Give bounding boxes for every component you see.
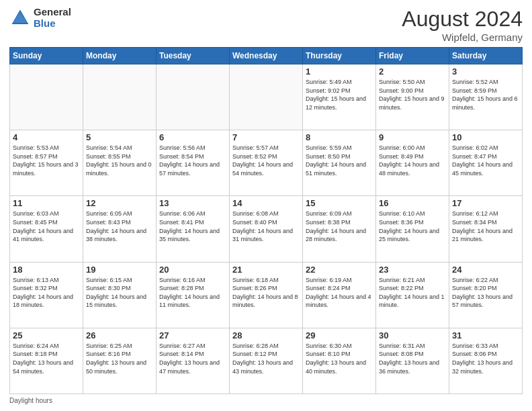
cell-date: 20 (159, 265, 226, 275)
cell-info: Sunrise: 5:53 AMSunset: 8:57 PMDaylight:… (13, 144, 80, 177)
cell-date: 3 (452, 66, 519, 77)
calendar-cell-0-2 (157, 64, 230, 130)
cell-date: 29 (306, 330, 373, 340)
cell-date: 15 (306, 198, 373, 208)
logo-icon (9, 7, 31, 29)
cell-info: Sunrise: 5:54 AMSunset: 8:55 PMDaylight:… (86, 144, 153, 177)
cell-date: 14 (232, 198, 300, 208)
cell-info: Sunrise: 6:22 AMSunset: 8:20 PMDaylight:… (452, 276, 519, 310)
cell-date: 13 (159, 198, 226, 208)
cell-info: Sunrise: 6:12 AMSunset: 8:34 PMDaylight:… (452, 210, 519, 243)
calendar-cell-2-4: 15Sunrise: 6:09 AMSunset: 8:38 PMDayligh… (303, 196, 376, 262)
cell-date: 8 (306, 132, 373, 142)
col-wednesday: Wednesday (230, 48, 303, 64)
cell-date: 28 (232, 330, 300, 340)
cell-date: 2 (379, 66, 446, 77)
calendar-cell-2-6: 17Sunrise: 6:12 AMSunset: 8:34 PMDayligh… (449, 196, 523, 262)
calendar-cell-1-5: 9Sunrise: 6:00 AMSunset: 8:49 PMDaylight… (376, 130, 449, 196)
calendar-cell-0-0 (10, 64, 83, 130)
calendar-cell-3-5: 23Sunrise: 6:21 AMSunset: 8:22 PMDayligh… (376, 262, 449, 328)
cell-date: 30 (379, 330, 446, 340)
calendar-cell-0-1 (83, 64, 157, 130)
calendar-cell-0-4: 1Sunrise: 5:49 AMSunset: 9:02 PMDaylight… (303, 64, 376, 130)
cell-info: Sunrise: 5:50 AMSunset: 9:00 PMDaylight:… (379, 78, 446, 111)
cell-info: Sunrise: 6:33 AMSunset: 8:06 PMDaylight:… (452, 342, 519, 375)
logo-text: General Blue (34, 7, 71, 29)
cell-date: 22 (306, 265, 373, 275)
calendar-cell-2-1: 12Sunrise: 6:05 AMSunset: 8:43 PMDayligh… (83, 196, 157, 262)
cell-info: Sunrise: 6:15 AMSunset: 8:30 PMDaylight:… (86, 276, 153, 310)
cell-info: Sunrise: 5:52 AMSunset: 8:59 PMDaylight:… (452, 78, 519, 111)
cell-info: Sunrise: 6:25 AMSunset: 8:16 PMDaylight:… (86, 342, 153, 375)
cell-date: 19 (86, 265, 153, 275)
calendar-cell-0-3 (230, 64, 303, 130)
cell-info: Sunrise: 6:16 AMSunset: 8:28 PMDaylight:… (159, 276, 226, 310)
calendar-cell-2-0: 11Sunrise: 6:03 AMSunset: 8:45 PMDayligh… (10, 196, 83, 262)
calendar-cell-0-5: 2Sunrise: 5:50 AMSunset: 9:00 PMDaylight… (376, 64, 449, 130)
cell-date: 9 (379, 132, 446, 142)
calendar-week-row-1: 4Sunrise: 5:53 AMSunset: 8:57 PMDaylight… (10, 130, 523, 196)
calendar-cell-3-4: 22Sunrise: 6:19 AMSunset: 8:24 PMDayligh… (303, 262, 376, 328)
col-sunday: Sunday (10, 48, 83, 64)
cell-info: Sunrise: 5:57 AMSunset: 8:52 PMDaylight:… (232, 144, 300, 177)
calendar-cell-3-6: 24Sunrise: 6:22 AMSunset: 8:20 PMDayligh… (449, 262, 523, 328)
col-thursday: Thursday (303, 48, 376, 64)
svg-marker-1 (13, 12, 27, 23)
cell-date: 4 (13, 132, 80, 142)
cell-date: 25 (13, 330, 80, 340)
col-tuesday: Tuesday (157, 48, 230, 64)
cell-info: Sunrise: 6:21 AMSunset: 8:22 PMDaylight:… (379, 276, 446, 310)
cell-info: Sunrise: 6:24 AMSunset: 8:18 PMDaylight:… (13, 342, 80, 375)
cell-date: 12 (86, 198, 153, 208)
cell-info: Sunrise: 6:27 AMSunset: 8:14 PMDaylight:… (159, 342, 226, 375)
col-saturday: Saturday (449, 48, 523, 64)
calendar-week-row-3: 18Sunrise: 6:13 AMSunset: 8:32 PMDayligh… (10, 262, 523, 328)
cell-date: 21 (232, 265, 300, 275)
calendar-cell-1-4: 8Sunrise: 5:59 AMSunset: 8:50 PMDaylight… (303, 130, 376, 196)
cell-info: Sunrise: 6:13 AMSunset: 8:32 PMDaylight:… (13, 276, 80, 310)
cell-info: Sunrise: 6:03 AMSunset: 8:45 PMDaylight:… (13, 210, 80, 243)
calendar-cell-4-1: 26Sunrise: 6:25 AMSunset: 8:16 PMDayligh… (83, 328, 157, 394)
calendar-cell-2-3: 14Sunrise: 6:08 AMSunset: 8:40 PMDayligh… (230, 196, 303, 262)
footer-note: Daylight hours (9, 397, 523, 404)
title-month: August 2024 (402, 7, 523, 32)
cell-date: 16 (379, 198, 446, 208)
cell-info: Sunrise: 6:05 AMSunset: 8:43 PMDaylight:… (86, 210, 153, 243)
cell-date: 17 (452, 198, 519, 208)
cell-date: 24 (452, 265, 519, 275)
header: General Blue August 2024 Wipfeld, German… (9, 7, 523, 43)
cell-info: Sunrise: 6:08 AMSunset: 8:40 PMDaylight:… (232, 210, 300, 243)
calendar-cell-1-0: 4Sunrise: 5:53 AMSunset: 8:57 PMDaylight… (10, 130, 83, 196)
cell-date: 5 (86, 132, 153, 142)
calendar-cell-1-2: 6Sunrise: 5:56 AMSunset: 8:54 PMDaylight… (157, 130, 230, 196)
calendar-cell-1-6: 10Sunrise: 6:02 AMSunset: 8:47 PMDayligh… (449, 130, 523, 196)
cell-date: 26 (86, 330, 153, 340)
calendar-cell-4-3: 28Sunrise: 6:28 AMSunset: 8:12 PMDayligh… (230, 328, 303, 394)
cell-info: Sunrise: 6:28 AMSunset: 8:12 PMDaylight:… (232, 342, 300, 375)
cell-info: Sunrise: 5:56 AMSunset: 8:54 PMDaylight:… (159, 144, 226, 177)
cell-date: 18 (13, 265, 80, 275)
logo-blue-text: Blue (34, 18, 71, 30)
cell-info: Sunrise: 6:31 AMSunset: 8:08 PMDaylight:… (379, 342, 446, 375)
calendar-week-row-2: 11Sunrise: 6:03 AMSunset: 8:45 PMDayligh… (10, 196, 523, 262)
cell-info: Sunrise: 6:02 AMSunset: 8:47 PMDaylight:… (452, 144, 519, 177)
cell-date: 1 (306, 66, 373, 77)
cell-info: Sunrise: 6:00 AMSunset: 8:49 PMDaylight:… (379, 144, 446, 177)
title-location: Wipfeld, Germany (402, 32, 523, 43)
calendar-cell-4-5: 30Sunrise: 6:31 AMSunset: 8:08 PMDayligh… (376, 328, 449, 394)
cell-info: Sunrise: 6:19 AMSunset: 8:24 PMDaylight:… (306, 276, 373, 310)
col-monday: Monday (83, 48, 157, 64)
calendar-cell-4-6: 31Sunrise: 6:33 AMSunset: 8:06 PMDayligh… (449, 328, 523, 394)
calendar-table: Sunday Monday Tuesday Wednesday Thursday… (9, 47, 523, 394)
cell-date: 27 (159, 330, 226, 340)
cell-info: Sunrise: 5:59 AMSunset: 8:50 PMDaylight:… (306, 144, 373, 177)
calendar-header-row: Sunday Monday Tuesday Wednesday Thursday… (10, 48, 523, 64)
cell-date: 31 (452, 330, 519, 340)
calendar-cell-4-2: 27Sunrise: 6:27 AMSunset: 8:14 PMDayligh… (157, 328, 230, 394)
calendar-cell-4-4: 29Sunrise: 6:30 AMSunset: 8:10 PMDayligh… (303, 328, 376, 394)
calendar-cell-4-0: 25Sunrise: 6:24 AMSunset: 8:18 PMDayligh… (10, 328, 83, 394)
calendar-cell-3-3: 21Sunrise: 6:18 AMSunset: 8:26 PMDayligh… (230, 262, 303, 328)
logo: General Blue (9, 7, 71, 29)
cell-date: 23 (379, 265, 446, 275)
page: General Blue August 2024 Wipfeld, German… (0, 0, 532, 411)
